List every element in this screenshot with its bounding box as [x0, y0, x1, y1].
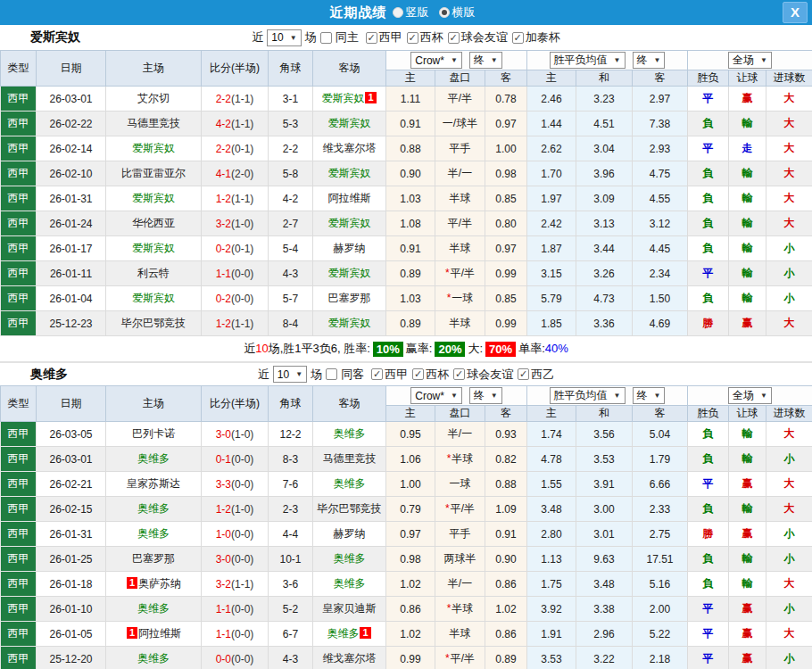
fulltime-select[interactable]: 全场▼: [728, 387, 772, 404]
odds-away-cell: 0.82: [485, 447, 527, 472]
wdl-result-cell: 平: [688, 597, 729, 622]
avg-draw-cell: 3.36: [576, 311, 633, 336]
avg-away-cell: 2.18: [633, 647, 688, 669]
avg-stage-select[interactable]: 终▼: [633, 387, 666, 404]
avg-home-cell: 1.75: [527, 572, 576, 597]
handicap-result-cell: 輸: [729, 286, 766, 311]
vertical-layout-radio[interactable]: [393, 7, 403, 18]
wdl-result-cell: 平: [688, 647, 729, 669]
avg-type-select[interactable]: 胜平负均值▼: [550, 387, 626, 404]
odds-home-cell: 1.00: [386, 472, 435, 497]
home-team-cell: 爱斯宾奴: [106, 136, 202, 161]
score-cell: 0-0(0-0): [202, 647, 269, 669]
league-checkbox[interactable]: ✓: [412, 368, 424, 380]
handicap-star: *: [447, 602, 452, 615]
fulltime-select[interactable]: 全场▼: [728, 52, 772, 69]
league-checkbox[interactable]: ✓: [371, 368, 383, 380]
avg-home-cell: 1.13: [527, 547, 576, 572]
avg-type-select[interactable]: 胜平负均值▼: [550, 52, 626, 69]
date-cell: 26-01-11: [37, 261, 106, 286]
goals-result-cell: 大: [766, 211, 812, 236]
away-team-cell: 奥维多: [313, 422, 386, 447]
same-home-checkbox[interactable]: [320, 32, 332, 44]
home-team-cell: 奥维多: [106, 522, 202, 547]
league-checkbox[interactable]: ✓: [407, 32, 418, 44]
match-row: 西甲26-03-01奥维多0-1(0-0)8-3马德里竞技1.06*半球0.82…: [1, 447, 812, 472]
corners-cell: 4-2: [269, 186, 313, 211]
handicap-result-cell: 輸: [729, 261, 766, 286]
wdl-result-cell: 負: [688, 422, 729, 447]
date-cell: 26-01-31: [37, 522, 106, 547]
date-cell: 26-01-05: [37, 622, 106, 647]
odds-home-cell: 0.88: [386, 136, 435, 161]
avg-draw-cell: 3.09: [576, 186, 633, 211]
handicap-cell: *平/半: [435, 647, 485, 669]
match-row: 西甲26-02-22马德里竞技4-2(1-1)5-3爱斯宾奴0.91一/球半0.…: [1, 112, 812, 136]
home-team-cell: 利云特: [106, 261, 202, 286]
horizontal-layout-radio[interactable]: [439, 7, 450, 18]
sub-col-avg-home: 主: [527, 406, 576, 422]
avg-draw-cell: 3.26: [576, 261, 633, 286]
avg-home-cell: 2.80: [527, 522, 576, 547]
horizontal-layout-label[interactable]: 横版: [452, 4, 476, 21]
league-filter-group: ✓西甲✓西杯✓球会友谊✓加泰杯: [362, 29, 560, 45]
home-team-cell: 爱斯宾奴: [106, 236, 202, 261]
away-team-cell: 维戈塞尔塔: [313, 136, 386, 161]
odds-stage-select[interactable]: 终▼: [469, 387, 502, 404]
league-label: 西乙: [531, 367, 554, 383]
home-team-cell: 奥维多: [106, 597, 202, 622]
league-checkbox[interactable]: ✓: [518, 368, 529, 380]
odds-away-cell: 0.86: [485, 572, 527, 597]
wdl-result-cell: 負: [688, 497, 729, 522]
goals-result-cell: 小: [766, 547, 812, 572]
wdl-result-cell: 負: [688, 236, 729, 261]
team2-filter-bar: 奥维多 近 10▼ 场 同客 ✓西甲✓西杯✓球会友谊✓西乙: [0, 361, 812, 385]
away-team-cell: 爱斯宾奴1: [313, 87, 386, 112]
match-row: 西甲26-02-14爱斯宾奴2-2(0-1)2-2维戈塞尔塔0.88平手1.00…: [1, 136, 812, 161]
match-row: 西甲26-02-10比雷亚雷亚尔4-1(2-0)5-8爱斯宾奴0.90半/一0.…: [1, 161, 812, 186]
avg-stage-select[interactable]: 终▼: [633, 52, 666, 69]
date-cell: 26-01-04: [37, 286, 106, 311]
avg-home-cell: 2.46: [527, 87, 576, 112]
odds-home-cell: 0.91: [386, 236, 435, 261]
vertical-layout-label[interactable]: 竖版: [406, 4, 429, 21]
odds-home-cell: 1.11: [386, 87, 435, 112]
away-team-cell: 奥维多: [313, 547, 386, 572]
sub-col-avg-draw: 和: [576, 70, 633, 87]
league-label: 球会友谊: [461, 29, 508, 45]
date-cell: 26-01-25: [37, 547, 106, 572]
odds-stage-select[interactable]: 终▼: [469, 52, 502, 69]
league-checkbox[interactable]: ✓: [512, 32, 524, 44]
league-checkbox[interactable]: ✓: [448, 32, 460, 44]
date-cell: 26-01-17: [37, 236, 106, 261]
same-away-checkbox[interactable]: [326, 368, 337, 380]
home-team-cell: 比雷亚雷亚尔: [106, 161, 202, 186]
odds-group-header: Crow*▼ 终▼: [386, 386, 527, 406]
league-checkbox[interactable]: ✓: [453, 368, 465, 380]
bookmaker-select[interactable]: Crow*▼: [410, 52, 462, 69]
date-cell: 26-03-05: [37, 422, 106, 447]
avg-away-cell: 7.38: [633, 112, 688, 136]
odds-away-cell: 0.97: [485, 112, 527, 136]
home-team-cell: 奥维多: [106, 497, 202, 522]
sub-col-handicap-result: 让球: [729, 406, 766, 422]
odds-away-cell: 0.99: [485, 261, 527, 286]
avg-away-cell: 5.16: [633, 572, 688, 597]
games-count-select[interactable]: 10▼: [273, 366, 307, 383]
col-corner: 角球: [269, 51, 313, 87]
bookmaker-select[interactable]: Crow*▼: [410, 387, 462, 404]
away-team-cell: 巴塞罗那: [313, 286, 386, 311]
league-cell: 西甲: [1, 136, 37, 161]
league-checkbox[interactable]: ✓: [366, 32, 377, 44]
close-icon[interactable]: X: [783, 2, 808, 23]
odds-home-cell: 0.89: [386, 261, 435, 286]
score-cell: 1-1(0-0): [202, 261, 269, 286]
score-cell: 0-2(0-1): [202, 236, 269, 261]
wdl-result-cell: 負: [688, 211, 729, 236]
league-cell: 西甲: [1, 286, 37, 311]
wdl-result-cell: 平: [688, 472, 729, 497]
avg-draw-cell: 3.13: [576, 211, 633, 236]
league-cell: 西甲: [1, 447, 37, 472]
handicap-cell: 平手: [435, 136, 485, 161]
games-count-select[interactable]: 10▼: [267, 29, 301, 46]
